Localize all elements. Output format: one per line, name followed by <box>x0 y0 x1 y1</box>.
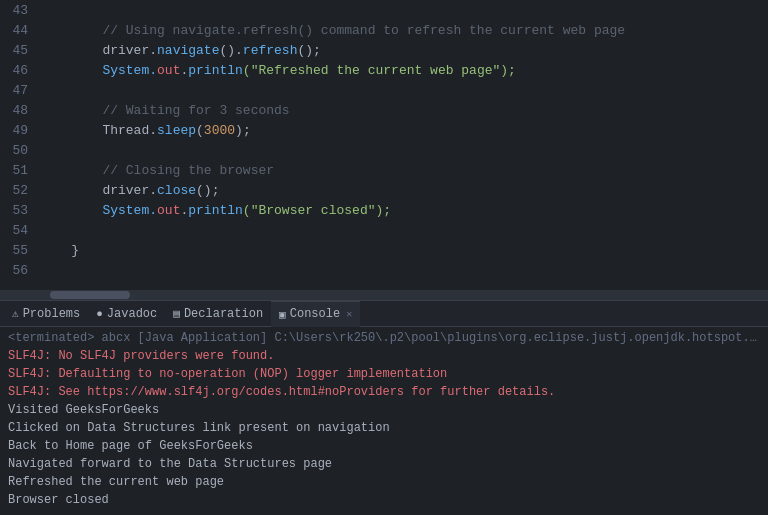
line-content: System.out.println("Browser closed"); <box>40 203 391 218</box>
code-line: 55 } <box>0 240 768 260</box>
code-line: 50 <box>0 140 768 160</box>
scrollbar-thumb[interactable] <box>50 291 130 299</box>
problems-tab-icon: ⚠ <box>12 307 19 320</box>
horizontal-scrollbar[interactable] <box>0 290 768 300</box>
console-error-line: SLF4J: No SLF4J providers were found. <box>8 347 760 365</box>
line-number: 50 <box>0 143 40 158</box>
line-number: 56 <box>0 263 40 278</box>
line-content: Thread.sleep(3000); <box>40 123 251 138</box>
line-content: System.out.println("Refreshed the curren… <box>40 63 516 78</box>
line-number: 54 <box>0 223 40 238</box>
console-tab-label: Console <box>290 307 340 321</box>
code-line: 43 <box>0 0 768 20</box>
code-line: 48 // Waiting for 3 seconds <box>0 100 768 120</box>
console-error-line: SLF4J: Defaulting to no-operation (NOP) … <box>8 365 760 383</box>
code-line: 46 System.out.println("Refreshed the cur… <box>0 60 768 80</box>
code-lines: 4344 // Using navigate.refresh() command… <box>0 0 768 290</box>
line-number: 47 <box>0 83 40 98</box>
console-output: <terminated> abcx [Java Application] C:\… <box>0 327 768 515</box>
line-content: // Closing the browser <box>40 163 274 178</box>
tab-bar: ⚠Problems●Javadoc▤Declaration▣Console✕ <box>0 301 768 327</box>
line-content: driver.close(); <box>40 183 219 198</box>
line-number: 55 <box>0 243 40 258</box>
javadoc-tab-label: Javadoc <box>107 307 157 321</box>
console-tab-icon: ▣ <box>279 308 286 321</box>
console-terminated-line: <terminated> abcx [Java Application] C:\… <box>8 331 760 345</box>
code-line: 45 driver.navigate().refresh(); <box>0 40 768 60</box>
declaration-tab-label: Declaration <box>184 307 263 321</box>
tab-declaration[interactable]: ▤Declaration <box>165 301 271 327</box>
tab-problems[interactable]: ⚠Problems <box>4 301 88 327</box>
javadoc-tab-icon: ● <box>96 308 103 320</box>
code-line: 49 Thread.sleep(3000); <box>0 120 768 140</box>
line-number: 43 <box>0 3 40 18</box>
tab-javadoc[interactable]: ●Javadoc <box>88 301 165 327</box>
line-number: 53 <box>0 203 40 218</box>
line-number: 52 <box>0 183 40 198</box>
code-editor: 4344 // Using navigate.refresh() command… <box>0 0 768 300</box>
code-line: 54 <box>0 220 768 240</box>
console-output-line: Refreshed the current web page <box>8 473 760 491</box>
console-output-line: Clicked on Data Structures link present … <box>8 419 760 437</box>
code-line: 44 // Using navigate.refresh() command t… <box>0 20 768 40</box>
line-content: driver.navigate().refresh(); <box>40 43 321 58</box>
line-number: 45 <box>0 43 40 58</box>
console-output-line: Browser closed <box>8 491 760 509</box>
line-content: // Waiting for 3 seconds <box>40 103 290 118</box>
console-output-line: Visited GeeksForGeeks <box>8 401 760 419</box>
console-error-line: SLF4J: See https://www.slf4j.org/codes.h… <box>8 383 760 401</box>
problems-tab-label: Problems <box>23 307 81 321</box>
line-content: } <box>40 243 79 258</box>
line-number: 46 <box>0 63 40 78</box>
line-number: 48 <box>0 103 40 118</box>
code-line: 56 <box>0 260 768 280</box>
console-tab-close[interactable]: ✕ <box>346 308 352 320</box>
line-content: // Using navigate.refresh() command to r… <box>40 23 625 38</box>
line-number: 44 <box>0 23 40 38</box>
code-line: 52 driver.close(); <box>0 180 768 200</box>
declaration-tab-icon: ▤ <box>173 307 180 320</box>
console-output-line: Back to Home page of GeeksForGeeks <box>8 437 760 455</box>
line-number: 51 <box>0 163 40 178</box>
tab-console[interactable]: ▣Console✕ <box>271 301 360 327</box>
bottom-panel: ⚠Problems●Javadoc▤Declaration▣Console✕ <… <box>0 300 768 515</box>
code-line: 51 // Closing the browser <box>0 160 768 180</box>
code-line: 47 <box>0 80 768 100</box>
console-output-line: Navigated forward to the Data Structures… <box>8 455 760 473</box>
code-line: 53 System.out.println("Browser closed"); <box>0 200 768 220</box>
line-number: 49 <box>0 123 40 138</box>
